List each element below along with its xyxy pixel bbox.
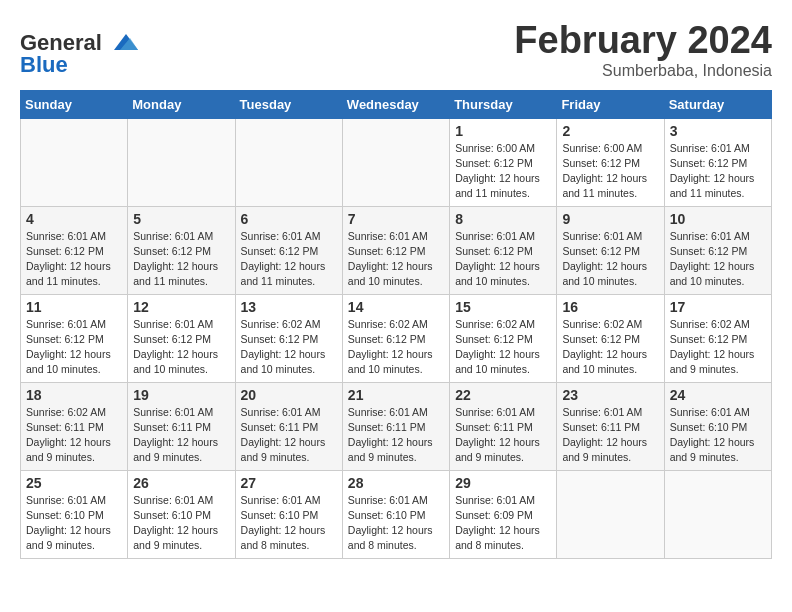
day-cell: 11Sunrise: 6:01 AM Sunset: 6:12 PM Dayli…: [21, 294, 128, 382]
day-number: 16: [562, 299, 658, 315]
day-info: Sunrise: 6:02 AM Sunset: 6:11 PM Dayligh…: [26, 405, 122, 466]
day-number: 21: [348, 387, 444, 403]
header: General Blue February 2024 Sumberbaba, I…: [20, 20, 772, 80]
day-cell: 13Sunrise: 6:02 AM Sunset: 6:12 PM Dayli…: [235, 294, 342, 382]
day-cell: 14Sunrise: 6:02 AM Sunset: 6:12 PM Dayli…: [342, 294, 449, 382]
day-info: Sunrise: 6:01 AM Sunset: 6:12 PM Dayligh…: [26, 317, 122, 378]
day-cell: 25Sunrise: 6:01 AM Sunset: 6:10 PM Dayli…: [21, 470, 128, 558]
week-row-1: 4Sunrise: 6:01 AM Sunset: 6:12 PM Daylig…: [21, 206, 772, 294]
day-cell: [128, 118, 235, 206]
day-cell: 12Sunrise: 6:01 AM Sunset: 6:12 PM Dayli…: [128, 294, 235, 382]
day-cell: [664, 470, 771, 558]
col-header-tuesday: Tuesday: [235, 90, 342, 118]
day-info: Sunrise: 6:01 AM Sunset: 6:12 PM Dayligh…: [670, 141, 766, 202]
day-cell: 24Sunrise: 6:01 AM Sunset: 6:10 PM Dayli…: [664, 382, 771, 470]
day-number: 8: [455, 211, 551, 227]
day-cell: 10Sunrise: 6:01 AM Sunset: 6:12 PM Dayli…: [664, 206, 771, 294]
day-cell: 18Sunrise: 6:02 AM Sunset: 6:11 PM Dayli…: [21, 382, 128, 470]
day-info: Sunrise: 6:01 AM Sunset: 6:10 PM Dayligh…: [348, 493, 444, 554]
day-number: 7: [348, 211, 444, 227]
day-info: Sunrise: 6:02 AM Sunset: 6:12 PM Dayligh…: [348, 317, 444, 378]
day-number: 18: [26, 387, 122, 403]
week-row-2: 11Sunrise: 6:01 AM Sunset: 6:12 PM Dayli…: [21, 294, 772, 382]
day-cell: 6Sunrise: 6:01 AM Sunset: 6:12 PM Daylig…: [235, 206, 342, 294]
col-header-saturday: Saturday: [664, 90, 771, 118]
title-section: February 2024 Sumberbaba, Indonesia: [514, 20, 772, 80]
day-number: 9: [562, 211, 658, 227]
day-cell: 17Sunrise: 6:02 AM Sunset: 6:12 PM Dayli…: [664, 294, 771, 382]
day-cell: 16Sunrise: 6:02 AM Sunset: 6:12 PM Dayli…: [557, 294, 664, 382]
day-cell: 2Sunrise: 6:00 AM Sunset: 6:12 PM Daylig…: [557, 118, 664, 206]
calendar-table: SundayMondayTuesdayWednesdayThursdayFrid…: [20, 90, 772, 559]
day-number: 15: [455, 299, 551, 315]
day-info: Sunrise: 6:00 AM Sunset: 6:12 PM Dayligh…: [562, 141, 658, 202]
logo-blue: Blue: [20, 52, 68, 78]
day-number: 26: [133, 475, 229, 491]
day-cell: 1Sunrise: 6:00 AM Sunset: 6:12 PM Daylig…: [450, 118, 557, 206]
day-cell: 5Sunrise: 6:01 AM Sunset: 6:12 PM Daylig…: [128, 206, 235, 294]
day-info: Sunrise: 6:01 AM Sunset: 6:12 PM Dayligh…: [133, 317, 229, 378]
day-cell: 29Sunrise: 6:01 AM Sunset: 6:09 PM Dayli…: [450, 470, 557, 558]
day-number: 28: [348, 475, 444, 491]
day-info: Sunrise: 6:01 AM Sunset: 6:12 PM Dayligh…: [133, 229, 229, 290]
day-number: 12: [133, 299, 229, 315]
day-number: 1: [455, 123, 551, 139]
header-row: SundayMondayTuesdayWednesdayThursdayFrid…: [21, 90, 772, 118]
day-info: Sunrise: 6:02 AM Sunset: 6:12 PM Dayligh…: [241, 317, 337, 378]
day-cell: 28Sunrise: 6:01 AM Sunset: 6:10 PM Dayli…: [342, 470, 449, 558]
day-info: Sunrise: 6:01 AM Sunset: 6:12 PM Dayligh…: [348, 229, 444, 290]
day-number: 5: [133, 211, 229, 227]
day-number: 25: [26, 475, 122, 491]
day-info: Sunrise: 6:02 AM Sunset: 6:12 PM Dayligh…: [562, 317, 658, 378]
col-header-sunday: Sunday: [21, 90, 128, 118]
day-info: Sunrise: 6:01 AM Sunset: 6:11 PM Dayligh…: [133, 405, 229, 466]
week-row-4: 25Sunrise: 6:01 AM Sunset: 6:10 PM Dayli…: [21, 470, 772, 558]
calendar-subtitle: Sumberbaba, Indonesia: [514, 62, 772, 80]
day-info: Sunrise: 6:01 AM Sunset: 6:09 PM Dayligh…: [455, 493, 551, 554]
day-info: Sunrise: 6:01 AM Sunset: 6:10 PM Dayligh…: [133, 493, 229, 554]
day-number: 2: [562, 123, 658, 139]
day-info: Sunrise: 6:02 AM Sunset: 6:12 PM Dayligh…: [455, 317, 551, 378]
day-number: 3: [670, 123, 766, 139]
day-info: Sunrise: 6:01 AM Sunset: 6:11 PM Dayligh…: [348, 405, 444, 466]
day-info: Sunrise: 6:01 AM Sunset: 6:12 PM Dayligh…: [562, 229, 658, 290]
day-number: 13: [241, 299, 337, 315]
logo: General Blue: [20, 30, 138, 78]
day-info: Sunrise: 6:01 AM Sunset: 6:10 PM Dayligh…: [241, 493, 337, 554]
day-number: 22: [455, 387, 551, 403]
day-cell: 27Sunrise: 6:01 AM Sunset: 6:10 PM Dayli…: [235, 470, 342, 558]
calendar-title: February 2024: [514, 20, 772, 62]
col-header-friday: Friday: [557, 90, 664, 118]
day-info: Sunrise: 6:01 AM Sunset: 6:10 PM Dayligh…: [26, 493, 122, 554]
day-number: 17: [670, 299, 766, 315]
day-cell: [21, 118, 128, 206]
day-info: Sunrise: 6:01 AM Sunset: 6:12 PM Dayligh…: [26, 229, 122, 290]
day-info: Sunrise: 6:01 AM Sunset: 6:12 PM Dayligh…: [455, 229, 551, 290]
day-cell: [235, 118, 342, 206]
day-number: 6: [241, 211, 337, 227]
day-number: 20: [241, 387, 337, 403]
day-number: 14: [348, 299, 444, 315]
day-number: 27: [241, 475, 337, 491]
day-cell: 7Sunrise: 6:01 AM Sunset: 6:12 PM Daylig…: [342, 206, 449, 294]
logo-icon: [106, 32, 138, 52]
day-info: Sunrise: 6:00 AM Sunset: 6:12 PM Dayligh…: [455, 141, 551, 202]
col-header-monday: Monday: [128, 90, 235, 118]
day-number: 4: [26, 211, 122, 227]
day-info: Sunrise: 6:01 AM Sunset: 6:12 PM Dayligh…: [241, 229, 337, 290]
day-info: Sunrise: 6:02 AM Sunset: 6:12 PM Dayligh…: [670, 317, 766, 378]
day-cell: 4Sunrise: 6:01 AM Sunset: 6:12 PM Daylig…: [21, 206, 128, 294]
day-info: Sunrise: 6:01 AM Sunset: 6:11 PM Dayligh…: [562, 405, 658, 466]
day-cell: 21Sunrise: 6:01 AM Sunset: 6:11 PM Dayli…: [342, 382, 449, 470]
day-cell: 15Sunrise: 6:02 AM Sunset: 6:12 PM Dayli…: [450, 294, 557, 382]
day-number: 23: [562, 387, 658, 403]
day-number: 11: [26, 299, 122, 315]
week-row-0: 1Sunrise: 6:00 AM Sunset: 6:12 PM Daylig…: [21, 118, 772, 206]
day-info: Sunrise: 6:01 AM Sunset: 6:10 PM Dayligh…: [670, 405, 766, 466]
col-header-thursday: Thursday: [450, 90, 557, 118]
col-header-wednesday: Wednesday: [342, 90, 449, 118]
day-cell: 23Sunrise: 6:01 AM Sunset: 6:11 PM Dayli…: [557, 382, 664, 470]
day-cell: 20Sunrise: 6:01 AM Sunset: 6:11 PM Dayli…: [235, 382, 342, 470]
day-cell: 3Sunrise: 6:01 AM Sunset: 6:12 PM Daylig…: [664, 118, 771, 206]
day-number: 19: [133, 387, 229, 403]
